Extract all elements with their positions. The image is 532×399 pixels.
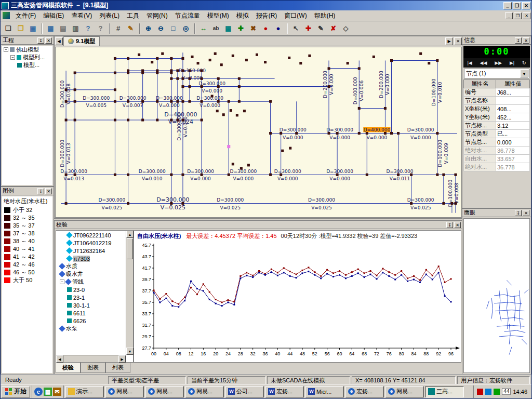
expand-icon[interactable]: − <box>4 47 8 52</box>
measure-button[interactable]: ✎ <box>125 23 137 34</box>
menu-item-工具[interactable]: 工具 <box>123 10 143 21</box>
task-button[interactable]: e网易... <box>105 386 144 397</box>
table-button[interactable]: ▦ <box>222 23 234 34</box>
close-icon[interactable]: ✕ <box>45 37 52 44</box>
tab-图表[interactable]: 图表 <box>81 363 105 373</box>
table-row[interactable]: X坐标(米)408... <box>464 105 530 113</box>
pointer-button[interactable]: ↖ <box>290 23 302 34</box>
new-button[interactable]: ❏ <box>2 23 14 34</box>
scroll-thumb[interactable] <box>127 238 133 259</box>
tab-model[interactable]: 9.1模型 <box>63 36 100 46</box>
validate-tree-item[interactable]: 水质 <box>57 262 125 270</box>
junction-red-button[interactable]: ● <box>260 23 272 34</box>
task-button[interactable]: WMicr... <box>305 386 344 397</box>
calculator-button[interactable]: # <box>112 23 124 34</box>
menu-item-列表(L)[interactable]: 列表(L) <box>96 10 123 21</box>
property-value[interactable]: 0.000 <box>496 138 530 147</box>
menu-item-模拟[interactable]: 模拟 <box>233 10 252 21</box>
property-value[interactable]: 36.778 <box>496 147 530 155</box>
open-button[interactable]: ❐ <box>15 23 26 34</box>
map-canvas[interactable]: D=300.000V=0.005D=300.000V=0.007D=300.00… <box>55 47 462 218</box>
loop-button[interactable]: ↻ <box>522 60 526 65</box>
property-value[interactable]: 452... <box>496 113 530 122</box>
scroll-right-icon[interactable]: ▶ <box>118 355 126 363</box>
task-button[interactable]: e网易... <box>145 386 184 397</box>
pan-button[interactable]: ◇ <box>340 23 352 34</box>
close-icon[interactable]: ✕ <box>523 210 529 216</box>
forward-button[interactable]: ▶▶ <box>495 60 502 65</box>
delete-button[interactable]: ✘ <box>327 23 339 34</box>
task-button[interactable]: e宏扬... <box>345 386 384 397</box>
validate-tree-item[interactable]: JT1064012219 <box>57 239 125 247</box>
menu-item-编辑(E)[interactable]: 编辑(E) <box>39 10 68 21</box>
property-value[interactable]: 3.12 <box>496 122 530 130</box>
tab-校验[interactable]: 校验 <box>56 363 81 373</box>
pin-icon[interactable]: ↧ <box>515 37 522 44</box>
link-button[interactable]: ✖ <box>247 23 259 34</box>
menu-item-查看(V)[interactable]: 查看(V) <box>68 10 96 21</box>
pin-icon[interactable]: ↧ <box>37 188 44 194</box>
menu-item-管网(N)[interactable]: 管网(N) <box>143 10 171 21</box>
print-button[interactable]: ▥ <box>70 23 82 34</box>
zoom-in-button[interactable]: ⊕ <box>142 23 154 34</box>
tray-icon-2[interactable] <box>485 389 491 395</box>
validate-tree-item[interactable]: 30-1-1 <box>57 301 125 309</box>
start-button[interactable]: 开始 <box>2 386 30 397</box>
property-value[interactable]: 36.778 <box>496 163 530 171</box>
mdi-minimize-button[interactable]: _ <box>505 12 513 19</box>
table-row[interactable]: 绝对水...36.778 <box>464 163 530 171</box>
pin-icon[interactable]: ↧ <box>446 222 453 228</box>
step-first-button[interactable]: |◀ <box>467 60 472 65</box>
chevron-down-icon[interactable]: ▼ <box>520 70 528 77</box>
scroll-down-icon[interactable]: ▼ <box>126 348 134 355</box>
expand-icon[interactable]: − <box>60 280 64 284</box>
desktop-icon[interactable]: ▦ <box>44 388 52 396</box>
project-tree-item[interactable]: −佛山模型 <box>2 46 52 54</box>
rewind-button[interactable]: ◀◀ <box>480 60 487 65</box>
junction-blue-button[interactable]: ● <box>272 23 284 34</box>
vertical-scrollbar[interactable]: ▲ ▼ <box>126 231 133 355</box>
task-button[interactable]: e网易... <box>385 386 424 397</box>
mail-icon[interactable]: ✉ <box>53 388 61 396</box>
flow-button[interactable]: ↔ <box>197 23 209 34</box>
tab-close-icon[interactable]: ✕ <box>454 37 462 45</box>
property-value[interactable]: 33.657 <box>496 155 530 163</box>
grid-button[interactable]: ▦ <box>45 23 57 34</box>
table-row[interactable]: 自由水...33.657 <box>464 155 530 163</box>
zoom-window-button[interactable]: □ <box>167 23 179 34</box>
table-row[interactable]: 节点标...3.12 <box>464 122 530 130</box>
task-button[interactable]: e网易... <box>185 386 224 397</box>
validate-tree-item[interactable]: 23-1 <box>57 294 125 301</box>
eagle-eye-map[interactable] <box>464 219 529 373</box>
table-row[interactable]: Y坐标(米)452... <box>464 113 530 122</box>
browser-icon[interactable]: e <box>34 388 43 396</box>
horizontal-scrollbar[interactable]: ◀ ▶ <box>56 355 126 362</box>
menu-item-模型(M)[interactable]: 模型(M) <box>204 10 233 21</box>
property-value[interactable]: J68... <box>496 88 530 97</box>
restore-button[interactable]: ❐ <box>513 2 521 9</box>
table-row[interactable]: 节点总...0.000 <box>464 138 530 147</box>
tab-列表[interactable]: 列表 <box>105 363 130 373</box>
validate-tree-item[interactable]: 23-0 <box>57 286 125 294</box>
validate-tree-item[interactable]: π7303 <box>57 255 125 262</box>
validate-tree-item[interactable]: 6611 <box>57 309 125 317</box>
node-up-button[interactable]: ✚ <box>235 23 247 34</box>
step-last-button[interactable]: ▶| <box>510 60 514 65</box>
network-map[interactable]: D=300.000V=0.005D=300.000V=0.007D=300.00… <box>56 47 461 217</box>
close-icon[interactable]: ✕ <box>454 222 461 228</box>
column-header[interactable]: 属性名 <box>464 80 496 88</box>
minimize-button[interactable]: _ <box>503 2 512 9</box>
expand-icon[interactable]: − <box>10 55 15 60</box>
validate-tree-item[interactable]: JT0962221140 <box>57 231 125 239</box>
label-button[interactable]: ab <box>210 23 222 34</box>
chevron-right-icon[interactable]: ▶ <box>445 37 453 45</box>
close-button[interactable]: ✕ <box>522 2 530 9</box>
property-value[interactable]: 408... <box>496 105 530 113</box>
validate-tree-item[interactable]: 水泵 <box>57 325 125 332</box>
validate-tree-item[interactable]: −管线 <box>57 278 125 286</box>
object-selector[interactable]: 节点 (1) ▼ <box>464 69 529 78</box>
menu-item-窗口(W)[interactable]: 窗口(W) <box>281 10 310 21</box>
scroll-up-icon[interactable]: ▲ <box>126 231 134 238</box>
add-button[interactable]: ✚ <box>302 23 314 34</box>
mdi-close-button[interactable]: ✕ <box>523 12 530 19</box>
